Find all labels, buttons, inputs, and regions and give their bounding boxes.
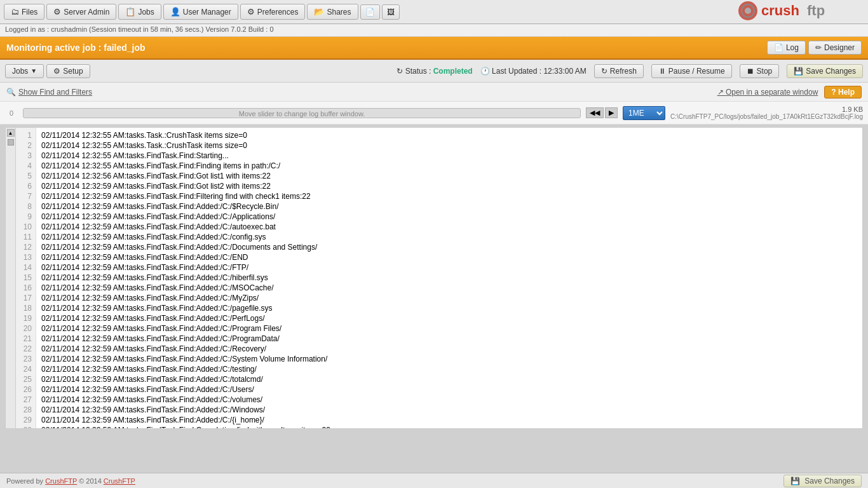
nav-files-label: Files (22, 8, 37, 17)
line-number: 29 (20, 415, 32, 425)
refresh-label: Refresh (610, 67, 637, 76)
extra2-icon: 🖼 (387, 8, 395, 17)
monitoring-bar: Monitoring active job : failed_job 📄 Log… (0, 37, 868, 60)
bottom-save-changes-button[interactable]: 💾 Save Changes (783, 475, 862, 487)
dropdown-arrow-icon: ▼ (31, 67, 37, 74)
jobs-dropdown-button[interactable]: Jobs ▼ (5, 64, 44, 78)
open-separate-link[interactable]: ↗ Open in a separate window (717, 88, 818, 97)
line-number: 26 (20, 384, 32, 395)
log-line: 02/11/2014 12:32:59 AM:tasks.FindTask.Fi… (41, 334, 857, 344)
file-info: 1.9 KB C:\CrushFTP7_PC/logs/jobs/failed_… (670, 105, 863, 120)
slider-track[interactable]: Move slider to change log buffer window. (23, 108, 581, 118)
line-number: 20 (20, 323, 32, 334)
log-line: 02/11/2014 12:32:55 AM:tasks.Task.:Crush… (41, 130, 857, 140)
pause-resume-button[interactable]: ⏸ Pause / Resume (651, 64, 732, 78)
refresh-icon: ↻ (601, 67, 607, 76)
log-label: Log (786, 43, 799, 52)
server-admin-icon: ⚙ (53, 7, 61, 17)
log-line: 02/11/2014 12:32:59 AM:tasks.FindTask.Fi… (41, 293, 857, 303)
nav-user-manager-label: User Manager (183, 8, 231, 17)
line-number: 17 (20, 293, 32, 303)
nav-shares-label: Shares (327, 8, 351, 17)
log-button[interactable]: 📄 Log (767, 41, 806, 55)
setup-label: Setup (63, 67, 83, 76)
user-manager-icon: 👤 (170, 7, 180, 17)
help-button[interactable]: ? Help (824, 86, 862, 98)
refresh-button[interactable]: ↻ Refresh (594, 64, 644, 78)
nav-preferences-button[interactable]: ⚙ Preferences (240, 4, 306, 20)
log-line: 02/11/2014 12:32:59 AM:tasks.FindTask.Fi… (41, 273, 857, 283)
line-number: 18 (20, 303, 32, 313)
line-number: 5 (20, 171, 32, 181)
log-line: 02/11/2014 12:32:59 AM:tasks.FindTask.Fi… (41, 374, 857, 384)
line-number: 11 (20, 232, 32, 242)
monitoring-title: Monitoring active job : failed_job (6, 43, 764, 53)
stop-icon: ⏹ (747, 67, 754, 76)
save-changes-button[interactable]: 💾 Save Changes (787, 64, 863, 78)
nav-extra2-button[interactable]: 🖼 (382, 4, 400, 20)
nav-server-admin-button[interactable]: ⚙ Server Admin (46, 4, 116, 20)
nav-files-button[interactable]: 🗂 Files (4, 4, 44, 20)
log-line: 02/11/2014 12:32:56 AM:tasks.FindTask.Fi… (41, 171, 857, 181)
bottom-bar: Powered by CrushFTP © 2014 CrushFTP 💾 Sa… (0, 473, 868, 488)
help-label: Help (838, 88, 855, 97)
log-line: 02/11/2014 12:32:59 AM:tasks.FindTask.Fi… (41, 313, 857, 323)
svg-point-2 (745, 8, 751, 14)
log-line: 02/11/2014 12:32:59 AM:tasks.FindTask.Fi… (41, 201, 857, 212)
log-line: 02/11/2014 12:32:55 AM:tasks.Task.:Crush… (41, 140, 857, 151)
log-line: 02/11/2014 12:32:59 AM:tasks.FindTask.Fi… (41, 354, 857, 364)
log-icon: 📄 (774, 43, 783, 52)
toolbar-row: Jobs ▼ ⚙ Setup ↻ Status : Completed 🕐 La… (0, 60, 868, 83)
log-line: 02/11/2014 12:32:59 AM:tasks.FindTask.Fi… (41, 232, 857, 242)
filter-row: 🔍 Show Find and Filters ↗ Open in a sepa… (0, 83, 868, 102)
setup-button[interactable]: ⚙ Setup (46, 64, 90, 78)
status-value: Completed (433, 67, 473, 76)
nav-user-manager-button[interactable]: 👤 User Manager (163, 4, 238, 20)
log-line: 02/11/2014 12:32:55 AM:tasks.FindTask.Fi… (41, 161, 857, 171)
line-number: 15 (20, 273, 32, 283)
line-number: 12 (20, 242, 32, 252)
extra1-icon: 📄 (365, 8, 375, 17)
preferences-icon: ⚙ (247, 7, 255, 17)
buffer-select[interactable]: 1ME 512KB 256KB 128KB (623, 106, 665, 120)
line-number: 30 (20, 425, 32, 429)
session-text: Logged in as : crushadmin (Session timeo… (5, 25, 274, 33)
line-number: 2 (20, 140, 32, 151)
nav-jobs-button[interactable]: 📋 Jobs (118, 4, 161, 20)
last-updated-text: 🕐 Last Updated : 12:33:00 AM (480, 67, 587, 76)
crushftp-link2[interactable]: CrushFTP (104, 477, 135, 485)
line-number: 19 (20, 313, 32, 323)
crushftp-link1[interactable]: CrushFTP (45, 477, 77, 485)
line-number: 4 (20, 161, 32, 171)
slider-start-num: 0 (5, 109, 18, 117)
up-arrow-btn[interactable]: ▲ (7, 129, 15, 137)
file-path: C:\CrushFTP7_PC/logs/jobs/failed_job_17A… (670, 113, 863, 120)
log-line: 02/11/2014 12:32:59 AM:tasks.FindTask.Fi… (41, 191, 857, 201)
line-number: 3 (20, 151, 32, 161)
line-number: 27 (20, 395, 32, 405)
designer-button[interactable]: ✏ Designer (808, 41, 862, 55)
line-numbers: 1234567891011121314151617181920212223242… (16, 128, 36, 428)
open-icon: ↗ (717, 88, 726, 97)
log-line: 02/11/2014 12:32:59 AM:tasks.FindTask.Fi… (41, 212, 857, 222)
file-size: 1.9 KB (670, 105, 863, 113)
line-number: 14 (20, 262, 32, 273)
line-number: 13 (20, 252, 32, 262)
log-line: 02/11/2014 12:32:59 AM:tasks.FindTask.Fi… (41, 364, 857, 374)
log-line: 02/11/2014 12:32:59 AM:tasks.FindTask.Fi… (41, 344, 857, 354)
pause-resume-label: Pause / Resume (668, 67, 725, 76)
bottom-save-label: Save Changes (804, 477, 855, 485)
nav-extra1-button[interactable]: 📄 (360, 4, 380, 20)
scroll-thumb[interactable] (8, 139, 14, 146)
show-find-filters-link[interactable]: Show Find and Filters (18, 88, 92, 97)
status-section: ↻ Status : Completed 🕐 Last Updated : 12… (397, 64, 863, 78)
help-icon: ? (831, 88, 838, 97)
slider-placeholder: Move slider to change log buffer window. (24, 109, 580, 119)
slider-left-btn[interactable]: ◀◀ (586, 107, 604, 118)
slider-right-btn[interactable]: ▶ (605, 107, 618, 118)
line-number: 22 (20, 344, 32, 354)
line-number: 6 (20, 181, 32, 191)
stop-button[interactable]: ⏹ Stop (740, 64, 780, 78)
line-number: 23 (20, 354, 32, 364)
nav-shares-button[interactable]: 📂 Shares (307, 4, 358, 20)
